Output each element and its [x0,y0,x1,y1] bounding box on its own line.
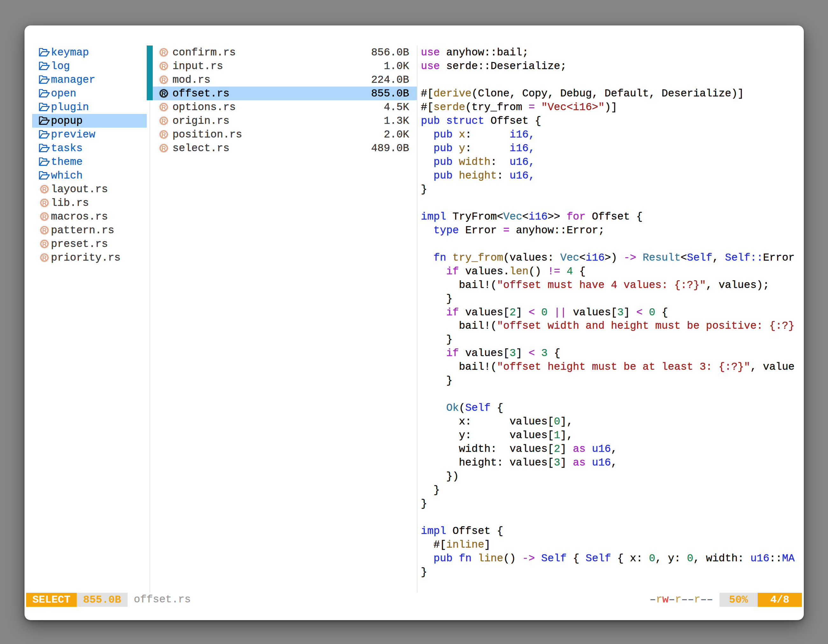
svg-text:R: R [162,131,166,138]
svg-text:R: R [42,240,47,247]
svg-text:R: R [162,118,166,124]
svg-text:R: R [162,63,166,70]
svg-text:R: R [42,185,47,193]
svg-text:R: R [162,145,166,152]
svg-text:R: R [42,227,47,233]
svg-text:R: R [162,76,166,83]
svg-text:R: R [42,213,47,220]
svg-text:R: R [162,90,166,97]
svg-text:R: R [42,199,47,206]
svg-text:R: R [162,104,166,111]
svg-text:R: R [42,254,47,261]
svg-text:R: R [162,49,166,56]
